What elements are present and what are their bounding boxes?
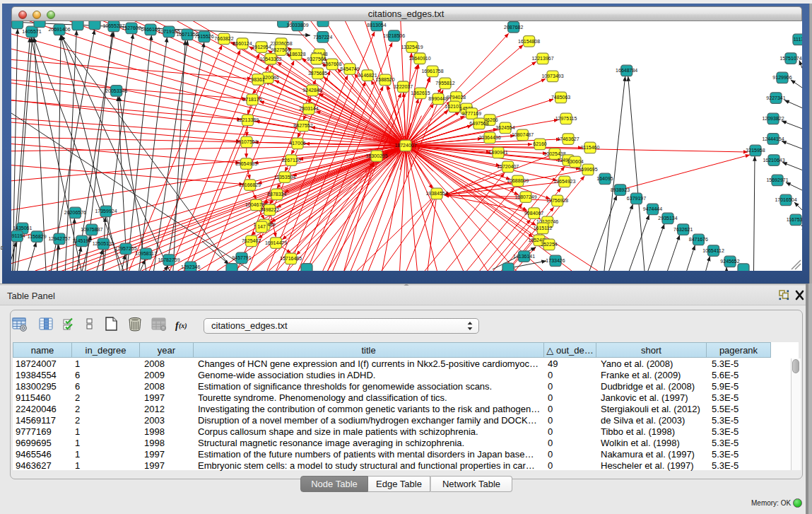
svg-text:15692971: 15692971 [766,177,788,182]
svg-text:8186328: 8186328 [286,52,305,57]
svg-text:98361: 98361 [251,77,265,82]
svg-text:10107553: 10107553 [235,139,257,144]
svg-text:9084067: 9084067 [524,211,543,216]
svg-text:9327508: 9327508 [307,57,326,62]
svg-text:9146821: 9146821 [358,73,377,78]
svg-text:16210643: 16210643 [763,158,784,163]
svg-text:9129906: 9129906 [772,75,792,80]
svg-text:3624554: 3624554 [495,125,514,130]
svg-text:12975115: 12975115 [555,116,577,121]
svg-text:164095: 164095 [596,176,613,181]
svg-text:1405571: 1405571 [22,29,41,34]
svg-text:10654112: 10654112 [702,248,724,253]
svg-text:12942757: 12942757 [48,236,70,241]
svg-text:14136141: 14136141 [513,254,535,259]
svg-text:10543362: 10543362 [259,57,281,62]
svg-text:19218506: 19218506 [383,33,405,38]
svg-text:6379197: 6379197 [627,196,646,201]
svg-text:9699695: 9699695 [578,167,597,172]
svg-text:1588520: 1588520 [375,77,394,82]
svg-text:12213967: 12213967 [531,56,553,61]
svg-text:17463627: 17463627 [557,136,579,141]
svg-text:7632621: 7632621 [673,227,693,232]
svg-text:2803144: 2803144 [299,106,318,111]
svg-text:8427552: 8427552 [293,123,312,128]
svg-text:417006: 417006 [289,141,305,146]
svg-text:6497568: 6497568 [469,121,488,126]
svg-text:62160: 62160 [533,141,547,146]
svg-text:8938923: 8938923 [611,187,630,192]
svg-text:9794028: 9794028 [447,95,466,100]
svg-text:8660124: 8660124 [233,41,252,46]
svg-text:12444154: 12444154 [762,136,784,141]
svg-text:16033809: 16033809 [286,23,308,28]
svg-text:391194: 391194 [11,233,25,238]
svg-text:7955812: 7955812 [435,81,454,86]
svg-text:1435061: 1435061 [13,226,32,230]
svg-text:10025438: 10025438 [543,151,565,156]
svg-text:3498222: 3498222 [260,207,279,212]
svg-text:8813054: 8813054 [367,23,386,28]
svg-text:11353594: 11353594 [274,175,296,180]
svg-text:17016504: 17016504 [775,197,796,202]
svg-text:19166829: 19166829 [239,182,261,187]
svg-text:1292346: 1292346 [181,264,200,269]
svg-text:8454749: 8454749 [340,66,359,71]
svg-text:10688609: 10688609 [507,178,529,183]
svg-text:9245652: 9245652 [720,259,739,264]
svg-text:130604: 130604 [567,159,583,164]
svg-text:15751074: 15751074 [779,56,801,61]
svg-text:3222037: 3222037 [394,84,413,89]
svg-text:18640910: 18640910 [408,56,430,61]
svg-text:16961758: 16961758 [421,69,443,74]
svg-text:7625402: 7625402 [242,238,261,243]
svg-text:16648784: 16648784 [616,68,637,73]
svg-text:9457791: 9457791 [232,255,251,260]
svg-text:16914479: 16914479 [265,240,287,245]
svg-text:12213389: 12213389 [237,117,259,122]
svg-text:7515526: 7515526 [194,34,213,39]
svg-text:147: 147 [257,224,266,229]
svg-text:20206576: 20206576 [64,210,86,215]
svg-text:10973493: 10973493 [541,74,563,78]
svg-text:8878334: 8878334 [267,192,286,197]
svg-text:10975887: 10975887 [81,227,102,232]
svg-text:1117: 1117 [794,37,802,42]
svg-text:1362615: 1362615 [411,90,430,95]
svg-text:1156829: 1156829 [28,234,47,239]
svg-text:20691406: 20691406 [48,27,70,32]
svg-text:8990448: 8990448 [428,96,447,101]
svg-text:7485063: 7485063 [551,95,570,100]
svg-text:3875685: 3875685 [308,71,327,76]
svg-text:13325419: 13325419 [401,45,423,49]
svg-text:3267130: 3267130 [281,158,300,163]
svg-text:19384554: 19384554 [425,191,447,196]
svg-text:1733426: 1733426 [546,258,565,263]
svg-text:12093822: 12093822 [762,116,784,121]
svg-text:18724007: 18724007 [394,143,416,148]
svg-text:3215958: 3215958 [746,148,765,153]
svg-text:2367608: 2367608 [322,62,341,66]
svg-text:18300295: 18300295 [365,153,387,158]
svg-text:17359924: 17359924 [95,209,117,214]
svg-text:2087682: 2087682 [504,25,523,30]
svg-text:9227341: 9227341 [766,95,785,100]
svg-text:7357224: 7357224 [313,35,332,40]
svg-text:9777169: 9777169 [462,111,481,116]
svg-text:7663822: 7663822 [214,36,233,41]
svg-text:2935134: 2935134 [658,216,677,221]
svg-text:20053346: 20053346 [105,88,127,93]
svg-text:17957255: 17957255 [114,246,136,251]
svg-text:15720407: 15720407 [497,164,519,169]
svg-text:3912954: 3912954 [252,45,271,49]
svg-text:15716485: 15716485 [280,256,302,261]
svg-text:19654983: 19654983 [235,161,257,166]
svg-text:19756928: 19756928 [546,198,568,203]
svg-text:10958117: 10958117 [135,251,157,256]
svg-text:1145194: 1145194 [72,238,91,243]
svg-text:1490941: 1490941 [488,150,507,155]
svg-text:19654923: 19654923 [553,179,575,184]
svg-text:(x): (x) [179,322,187,330]
svg-text:18807249: 18807249 [514,194,536,199]
svg-text:9474444: 9474444 [643,206,662,211]
